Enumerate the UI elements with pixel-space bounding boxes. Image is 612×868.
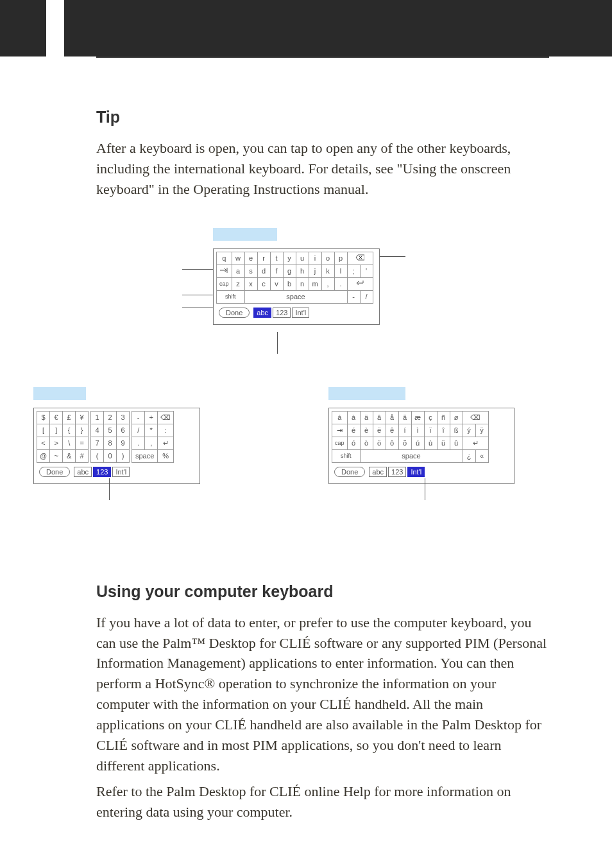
key-semicolon[interactable]: ; [347,265,360,277]
key-lt[interactable]: < [37,437,50,449]
key-backspace-intl[interactable]: ⌫ [463,411,488,424]
key-lbracket[interactable]: [ [37,424,50,437]
key-pct[interactable]: % [158,449,174,462]
key-u[interactable]: u [296,252,309,265]
intl-tab-intl[interactable]: Int'l [407,467,425,477]
key-u1[interactable]: ú [411,437,424,449]
key-a3[interactable]: ä [360,411,373,424]
key-rbrace[interactable]: } [76,424,89,437]
key-y[interactable]: y [283,252,296,265]
key-slash[interactable]: / [360,290,373,303]
key-space[interactable]: space [244,290,347,303]
key-t[interactable]: t [270,252,283,265]
key-mul[interactable]: * [145,424,158,437]
key-lparen[interactable]: ( [91,449,104,462]
alpha-tab-intl[interactable]: Int'l [292,308,309,318]
key-v[interactable]: v [270,277,283,290]
key-e2[interactable]: è [360,424,373,437]
key-a1[interactable]: á [332,411,348,424]
key-g[interactable]: g [283,265,296,277]
key-enter-intl[interactable]: ↵ [463,437,488,449]
key-8[interactable]: 8 [104,437,117,449]
key-backspace-num[interactable]: ⌫ [158,411,174,424]
key-z[interactable]: z [232,277,244,290]
key-cap[interactable]: cap [217,277,232,290]
key-e1[interactable]: é [347,424,360,437]
key-y2[interactable]: ÿ [475,424,488,437]
key-tab-intl[interactable]: ⇥ [332,424,348,437]
key-6[interactable]: 6 [117,424,130,437]
key-yen[interactable]: ¥ [76,411,89,424]
key-s[interactable]: s [244,265,257,277]
key-comma-num[interactable]: , [145,437,158,449]
key-a[interactable]: a [232,265,244,277]
key-ss[interactable]: ß [450,424,463,437]
key-hash[interactable]: # [76,449,89,462]
key-dash[interactable]: - [347,290,360,303]
key-rbracket[interactable]: ] [50,424,63,437]
key-u4[interactable]: û [450,437,463,449]
key-gt[interactable]: > [50,437,63,449]
key-7[interactable]: 7 [91,437,104,449]
key-a4[interactable]: â [373,411,386,424]
key-shift-intl[interactable]: shift [332,449,361,462]
key-backspace[interactable] [347,252,373,265]
key-l[interactable]: l [334,265,347,277]
key-plus[interactable]: + [145,411,158,424]
alpha-done-button[interactable]: Done [219,308,250,318]
key-n[interactable]: n [296,277,309,290]
key-oo[interactable]: ø [450,411,463,424]
key-comma[interactable]: , [321,277,334,290]
key-tab[interactable] [217,265,232,277]
key-y1[interactable]: ý [463,424,475,437]
key-o5[interactable]: õ [398,437,411,449]
key-p[interactable]: p [334,252,347,265]
key-period[interactable]: . [334,277,347,290]
key-4[interactable]: 4 [91,424,104,437]
key-e[interactable]: e [244,252,257,265]
key-minus[interactable]: - [132,411,145,424]
key-0[interactable]: 0 [104,449,117,462]
key-o4[interactable]: ô [386,437,398,449]
key-o2[interactable]: ò [360,437,373,449]
key-gl[interactable]: « [475,449,488,462]
key-space-intl[interactable]: space [360,449,463,462]
key-w[interactable]: w [232,252,244,265]
key-i[interactable]: i [309,252,321,265]
key-dollar[interactable]: $ [37,411,50,424]
key-colon[interactable]: : [158,424,174,437]
key-at[interactable]: @ [37,449,50,462]
key-i4[interactable]: î [437,424,450,437]
key-2[interactable]: 2 [104,411,117,424]
key-c[interactable]: c [257,277,270,290]
key-iq[interactable]: ¿ [463,449,475,462]
key-rparen[interactable]: ) [117,449,130,462]
key-d[interactable]: d [257,265,270,277]
alpha-tab-abc[interactable]: abc [253,308,271,318]
key-9[interactable]: 9 [117,437,130,449]
key-u3[interactable]: ü [437,437,450,449]
key-3[interactable]: 3 [117,411,130,424]
intl-tab-abc[interactable]: abc [369,467,387,477]
key-e4[interactable]: ê [386,424,398,437]
key-i1[interactable]: í [398,424,411,437]
intl-tab-123[interactable]: 123 [388,467,406,477]
key-h[interactable]: h [296,265,309,277]
key-x[interactable]: x [244,277,257,290]
key-amp[interactable]: & [63,449,76,462]
numeric-done-button[interactable]: Done [39,467,70,477]
key-u2[interactable]: ù [424,437,437,449]
key-enter[interactable] [347,277,373,290]
key-nn[interactable]: ñ [437,411,450,424]
key-f[interactable]: f [270,265,283,277]
key-a2[interactable]: à [347,411,360,424]
key-enter-num[interactable]: ↵ [158,437,174,449]
key-euro[interactable]: € [50,411,63,424]
alpha-tab-123[interactable]: 123 [273,308,291,318]
key-5[interactable]: 5 [104,424,117,437]
key-o[interactable]: o [321,252,334,265]
key-div[interactable]: / [132,424,145,437]
key-shift[interactable]: shift [217,290,245,303]
key-j[interactable]: j [309,265,321,277]
numeric-tab-intl[interactable]: Int'l [112,467,130,477]
